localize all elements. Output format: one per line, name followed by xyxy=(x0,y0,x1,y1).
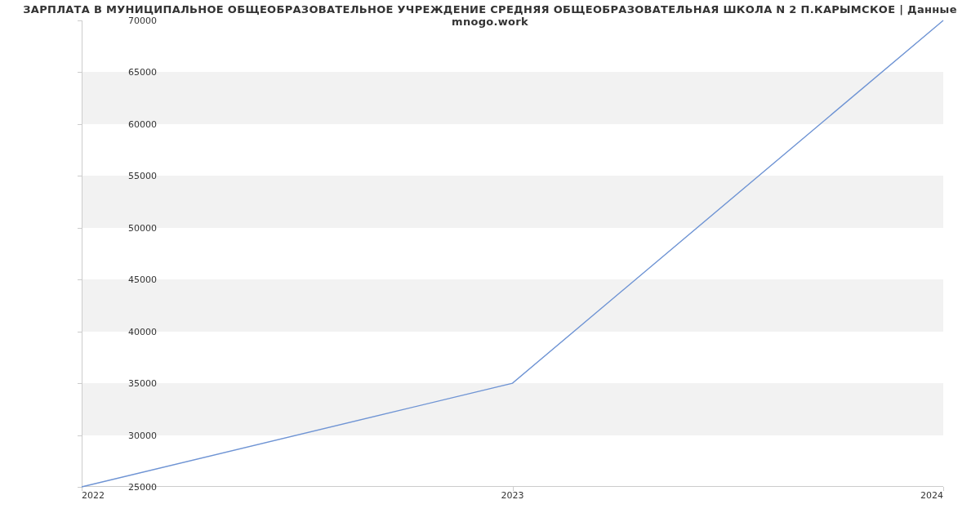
series-line xyxy=(82,20,943,487)
x-tick-mark xyxy=(943,487,944,491)
x-tick-label: 2023 xyxy=(501,490,524,501)
x-tick-mark xyxy=(82,487,82,491)
x-tick-mark xyxy=(513,487,514,491)
chart-container: ЗАРПЛАТА В МУНИЦИПАЛЬНОЕ ОБЩЕОБРАЗОВАТЕЛ… xyxy=(0,0,980,531)
x-tick-label: 2022 xyxy=(82,490,105,501)
series-layer xyxy=(82,20,943,487)
plot-area: 25000 30000 35000 40000 45000 50000 5500… xyxy=(82,20,943,487)
x-tick-label: 2024 xyxy=(920,490,943,501)
